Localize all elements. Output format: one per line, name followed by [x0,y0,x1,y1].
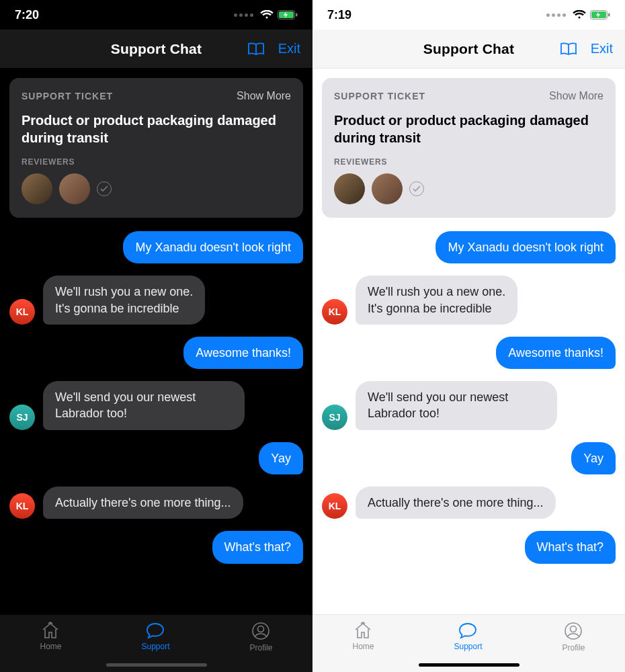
phone-light: 7:19 Support Chat Exit SUPPORT TICKET Sh… [312,0,625,672]
status-time: 7:20 [15,8,39,22]
message-other: KL Actually there's one more thing... [322,487,616,519]
svg-rect-7 [608,13,610,17]
message-list: My Xanadu doesn't look right KL We'll ru… [322,231,616,564]
home-icon [40,622,60,639]
message-bubble[interactable]: What's that? [525,531,616,563]
message-bubble[interactable]: Yay [259,442,303,474]
tab-profile[interactable]: Profile [562,622,585,653]
ticket-card[interactable]: SUPPORT TICKET Show More Product or prod… [9,78,303,218]
ticket-card[interactable]: SUPPORT TICKET Show More Product or prod… [322,78,616,218]
avatar-initials[interactable]: KL [322,299,347,325]
message-bubble[interactable]: We'll rush you a new one. It's gonna be … [356,276,517,325]
message-other: KL Actually there's one more thing... [9,487,303,519]
tab-label: Home [352,642,374,651]
tab-label: Home [40,642,61,651]
tab-profile[interactable]: Profile [249,622,272,653]
ticket-title: Product or product packaging damaged dur… [22,112,291,146]
tab-label: Profile [562,643,585,653]
message-mine: Yay [9,442,303,474]
reviewers-label: REVIEWERS [334,157,603,167]
nav-right: Exit [247,41,300,56]
ticket-title: Product or product packaging damaged dur… [334,112,603,146]
message-bubble[interactable]: Yay [571,442,616,474]
reviewer-avatar[interactable] [22,173,52,204]
reviewer-avatar[interactable] [334,173,365,204]
svg-rect-2 [296,13,298,17]
message-mine: Awesome thanks! [9,337,303,369]
message-mine: My Xanadu doesn't look right [9,231,303,263]
message-bubble[interactable]: We'll rush you a new one. It's gonna be … [43,276,205,325]
show-more-button[interactable]: Show More [237,90,291,102]
tab-label: Support [454,642,482,651]
status-right [546,10,610,19]
avatar-initials[interactable]: SJ [9,405,35,430]
avatar-initials[interactable]: KL [9,493,35,519]
battery-charging-icon [590,10,610,19]
message-other: SJ We'll send you our newest Labrador to… [322,381,616,430]
chat-icon [458,622,478,639]
status-right [234,10,298,19]
status-bar: 7:19 [312,0,625,30]
profile-icon [251,622,271,640]
message-bubble[interactable]: Actually there's one more thing... [43,487,243,519]
message-bubble[interactable]: We'll send you our newest Labrador too! [43,381,245,430]
message-other: KL We'll rush you a new one. It's gonna … [322,276,616,325]
message-bubble[interactable]: Actually there's one more thing... [356,487,556,519]
nav-header: Support Chat Exit [312,30,625,69]
status-time: 7:19 [327,8,351,22]
tab-label: Support [141,642,169,651]
tab-label: Profile [249,643,272,653]
home-icon [353,622,373,639]
content-area: SUPPORT TICKET Show More Product or prod… [312,69,625,614]
checkmark-icon [97,181,112,196]
nav-right: Exit [560,41,613,56]
message-bubble[interactable]: Awesome thanks! [496,337,616,369]
tab-home[interactable]: Home [352,622,374,651]
message-list: My Xanadu doesn't look right KL We'll ru… [9,231,303,564]
message-mine: What's that? [9,531,303,563]
reviewer-avatars [22,173,291,204]
message-bubble[interactable]: My Xanadu doesn't look right [123,231,303,263]
page-title: Support Chat [111,41,202,57]
message-mine: My Xanadu doesn't look right [322,231,616,263]
message-other: SJ We'll send you our newest Labrador to… [9,381,303,430]
svg-point-9 [571,626,577,632]
message-other: KL We'll rush you a new one. It's gonna … [9,276,303,325]
book-icon[interactable] [560,42,577,56]
show-more-button[interactable]: Show More [549,90,603,102]
status-dots [234,13,253,17]
reviewer-avatar[interactable] [372,173,403,204]
ticket-label: SUPPORT TICKET [22,91,113,101]
exit-button[interactable]: Exit [591,41,613,56]
checkmark-icon [409,181,424,196]
content-area: SUPPORT TICKET Show More Product or prod… [0,69,312,614]
message-mine: What's that? [322,531,616,563]
nav-header: Support Chat Exit [0,30,312,69]
message-mine: Yay [322,442,616,474]
message-bubble[interactable]: We'll send you our newest Labrador too! [356,381,557,430]
profile-icon [563,622,583,640]
wifi-icon [573,10,586,19]
tab-home[interactable]: Home [40,622,61,651]
home-indicator[interactable] [106,663,207,667]
avatar-initials[interactable]: SJ [322,405,347,430]
tab-support[interactable]: Support [141,622,169,651]
message-bubble[interactable]: My Xanadu doesn't look right [435,231,616,263]
message-mine: Awesome thanks! [322,337,616,369]
reviewers-label: REVIEWERS [22,157,291,167]
book-icon[interactable] [247,42,265,56]
wifi-icon [260,10,274,19]
home-indicator[interactable] [419,663,519,667]
phone-dark: 7:20 Support Chat Exit SUPPORT TICKET Sh… [0,0,312,672]
message-bubble[interactable]: Awesome thanks! [183,337,303,369]
avatar-initials[interactable]: KL [322,493,347,519]
status-dots [546,13,566,17]
status-bar: 7:20 [0,0,312,30]
chat-icon [145,622,165,639]
tab-support[interactable]: Support [454,622,482,651]
exit-button[interactable]: Exit [278,41,300,56]
reviewer-avatar[interactable] [59,173,90,204]
message-bubble[interactable]: What's that? [212,531,303,563]
avatar-initials[interactable]: KL [9,299,35,325]
reviewer-avatars [334,173,603,204]
